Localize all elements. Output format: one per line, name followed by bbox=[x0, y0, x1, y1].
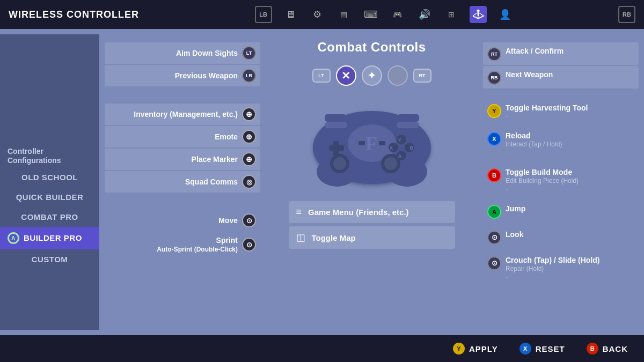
rs-badge-crouch: ⊙ bbox=[487, 256, 501, 270]
move-btn[interactable]: ✦ bbox=[362, 65, 382, 86]
aim-down-sights-label: Aim Down Sights bbox=[176, 49, 238, 57]
back-label: BACK bbox=[603, 344, 628, 353]
inventory-row[interactable]: Inventory (Management, etc.) ⊕ bbox=[105, 104, 260, 125]
gamepad-nav-icon[interactable]: 🕹 bbox=[470, 6, 487, 23]
sidebar: Controller Configurations OLD SCHOOL QUI… bbox=[0, 34, 99, 330]
network-nav-icon[interactable]: ⊞ bbox=[443, 6, 460, 23]
apply-label: APPLY bbox=[469, 344, 498, 353]
display-nav-icon[interactable]: ▤ bbox=[335, 6, 353, 23]
sprint-row[interactable]: SprintAuto-Sprint (Double-Click) ⊙ bbox=[105, 232, 260, 257]
svg-rect-20 bbox=[397, 122, 419, 128]
sidebar-item-old-school[interactable]: OLD SCHOOL bbox=[0, 167, 99, 187]
footer: Y APPLY X RESET B BACK bbox=[0, 335, 644, 362]
header: WIRELESS CONTROLLER LB 🖥 ⚙ ▤ ⌨ 🎮 🔊 ⊞ 🕹 👤… bbox=[0, 0, 644, 29]
right-panel-gap bbox=[483, 90, 639, 99]
controller-nav-icon[interactable]: 🎮 bbox=[389, 6, 406, 23]
svg-text:X: X bbox=[389, 145, 392, 151]
reset-button[interactable]: X RESET bbox=[519, 343, 565, 354]
game-menu-box[interactable]: ≡ Game Menu (Friends, etc.) bbox=[289, 201, 455, 223]
profile-nav-icon[interactable]: 👤 bbox=[496, 6, 514, 23]
b-badge: B bbox=[487, 168, 501, 182]
apply-button[interactable]: Y APPLY bbox=[453, 343, 498, 354]
previous-weapon-row[interactable]: Previous Weapon LB bbox=[105, 65, 260, 86]
edit-building-label: Edit Building Piece (Hold) bbox=[506, 177, 579, 186]
back-btn-icon: B bbox=[587, 343, 598, 354]
place-marker-label: Place Marker bbox=[192, 155, 238, 164]
reset-label: RESET bbox=[536, 344, 565, 353]
back-button[interactable]: B BACK bbox=[587, 343, 628, 354]
left-panel-gap1 bbox=[105, 87, 260, 104]
svg-text:A: A bbox=[398, 153, 401, 159]
svg-text:Y: Y bbox=[398, 137, 401, 143]
keyboard-nav-icon[interactable]: ⌨ bbox=[362, 6, 379, 23]
dpad-badge-marker: ⊕ bbox=[242, 152, 256, 166]
harvesting-dash: - bbox=[506, 113, 588, 120]
svg-point-10 bbox=[384, 157, 397, 170]
button-row: LT ✕ ✦ RT bbox=[312, 65, 431, 86]
build-mode-label: Toggle Build Mode bbox=[506, 167, 579, 177]
place-marker-row[interactable]: Place Marker ⊕ bbox=[105, 149, 260, 170]
main-content: Controller Configurations OLD SCHOOL QUI… bbox=[0, 29, 644, 335]
lt-ctrl-btn[interactable]: LT bbox=[312, 69, 331, 83]
squad-comms-row[interactable]: Squad Comms ◎ bbox=[105, 171, 260, 193]
sidebar-section-label: Controller Configurations bbox=[0, 142, 99, 167]
app-title: WIRELESS CONTROLLER bbox=[9, 9, 139, 20]
x-badge: X bbox=[487, 132, 501, 146]
harvesting-label: Toggle Harvesting Tool bbox=[506, 103, 588, 113]
right-controls-panel: RT Attack / Confirm RB Next Weapon Y Tog… bbox=[478, 34, 644, 330]
look-row[interactable]: ⊙ Look bbox=[483, 226, 639, 248]
next-weapon-row[interactable]: RB Next Weapon bbox=[483, 66, 639, 88]
rb-badge: RB bbox=[487, 71, 501, 85]
rs-badge-look: ⊙ bbox=[487, 231, 501, 245]
svg-rect-23 bbox=[358, 141, 365, 145]
reload-dash: - bbox=[506, 149, 562, 157]
crouch-slide-row[interactable]: ⊙ Crouch (Tap) / Slide (Hold) Repair (Ho… bbox=[483, 252, 639, 285]
jump-row[interactable]: A Jump bbox=[483, 200, 639, 223]
game-menu-icon: ≡ bbox=[296, 206, 302, 218]
squad-comms-label: Squad Comms bbox=[185, 178, 238, 186]
build-mode-row[interactable]: B Toggle Build Mode Edit Building Piece … bbox=[483, 164, 639, 197]
cross-btn[interactable]: ✕ bbox=[336, 65, 356, 86]
header-icon-bar: LB 🖥 ⚙ ▤ ⌨ 🎮 🔊 ⊞ 🕹 👤 bbox=[160, 6, 608, 23]
sidebar-item-builder-pro[interactable]: A BUILDER PRO bbox=[0, 227, 99, 249]
center-panel: Combat Controls LT ✕ ✦ RT bbox=[266, 34, 478, 330]
speaker-nav-icon[interactable]: 🔊 bbox=[416, 6, 433, 23]
controller-image: F Y B A X bbox=[297, 94, 447, 190]
previous-weapon-label: Previous Weapon bbox=[175, 71, 238, 80]
harvesting-tool-row[interactable]: Y Toggle Harvesting Tool - bbox=[483, 99, 639, 124]
game-menu-label: Game Menu (Friends, etc.) bbox=[308, 208, 409, 217]
reload-interact-row[interactable]: X Reload Interact (Tap / Hold) - bbox=[483, 127, 639, 160]
rb-nav-icon[interactable]: RB bbox=[618, 6, 635, 23]
gear-nav-icon[interactable]: ⚙ bbox=[309, 6, 326, 23]
apply-btn-icon: Y bbox=[453, 343, 465, 354]
empty-circle-btn[interactable] bbox=[387, 65, 408, 86]
attack-confirm-label: Attack / Confirm bbox=[506, 46, 564, 56]
aim-down-sights-row[interactable]: Aim Down Sights LT bbox=[105, 42, 260, 64]
svg-rect-19 bbox=[325, 122, 347, 128]
sidebar-item-quick-builder[interactable]: QUICK BUILDER bbox=[0, 187, 99, 207]
crouch-dash: - bbox=[506, 274, 600, 281]
reload-label: Reload bbox=[506, 131, 562, 141]
rt-ctrl-btn[interactable]: RT bbox=[413, 69, 431, 83]
dpad-badge-emote: ⊕ bbox=[242, 130, 256, 144]
svg-rect-24 bbox=[379, 141, 385, 145]
monitor-nav-icon[interactable]: 🖥 bbox=[282, 6, 299, 23]
svg-rect-22 bbox=[398, 114, 419, 122]
attack-confirm-row[interactable]: RT Attack / Confirm bbox=[483, 42, 639, 65]
build-dash: - bbox=[506, 186, 579, 193]
left-panel-gap2 bbox=[105, 194, 260, 210]
toggle-map-icon: ◫ bbox=[296, 232, 305, 243]
lt-badge: LT bbox=[242, 46, 256, 60]
toggle-map-box[interactable]: ◫ Toggle Map bbox=[289, 226, 455, 249]
speaker-badge: ◎ bbox=[242, 175, 256, 189]
lb-nav-icon[interactable]: LB bbox=[255, 6, 272, 23]
crouch-label: Crouch (Tap) / Slide (Hold) bbox=[506, 255, 600, 265]
sidebar-item-custom[interactable]: CUSTOM bbox=[0, 249, 99, 269]
look-label: Look bbox=[506, 230, 523, 239]
combat-controls-title: Combat Controls bbox=[317, 40, 426, 55]
rt-badge: RT bbox=[487, 47, 501, 61]
emote-row[interactable]: Emote ⊕ bbox=[105, 126, 260, 147]
ls-badge-move: ⊙ bbox=[242, 213, 256, 227]
move-row[interactable]: Move ⊙ bbox=[105, 210, 260, 231]
sidebar-item-combat-pro[interactable]: COMBAT PRO bbox=[0, 207, 99, 227]
